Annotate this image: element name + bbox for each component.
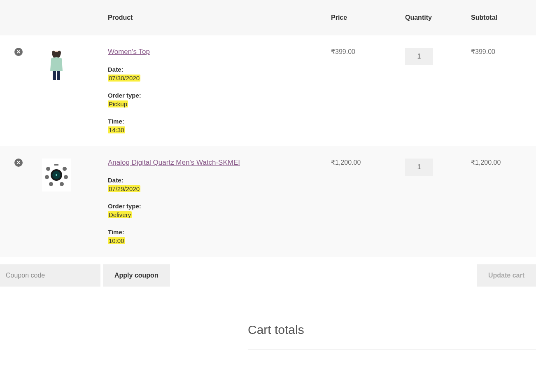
- time-label: Time:: [108, 229, 321, 236]
- cart-header-row: Product Price Quantity Subtotal: [0, 0, 536, 35]
- price-cell: ₹399.00: [326, 35, 400, 146]
- product-link[interactable]: Women's Top: [108, 48, 150, 56]
- order-type-value: Pickup: [108, 100, 128, 107]
- svg-rect-2: [53, 71, 56, 80]
- close-icon: ✕: [16, 160, 21, 166]
- close-icon: ✕: [16, 49, 21, 55]
- apply-coupon-button[interactable]: Apply coupon: [103, 264, 170, 287]
- subtotal-cell: ₹399.00: [466, 35, 536, 146]
- col-product-header: Product: [103, 0, 326, 35]
- svg-point-12: [49, 182, 53, 186]
- svg-rect-14: [54, 164, 58, 166]
- watch-image: [42, 159, 71, 191]
- order-type-value: Delivery: [108, 211, 132, 218]
- order-type-label: Order type:: [108, 203, 321, 210]
- divider: [248, 349, 536, 350]
- cart-actions-row: Apply coupon Update cart: [0, 257, 536, 294]
- date-label: Date:: [108, 66, 321, 73]
- coupon-code-input[interactable]: [0, 264, 100, 287]
- cart-row: ✕: [0, 146, 536, 257]
- update-cart-button[interactable]: Update cart: [477, 264, 536, 287]
- product-thumbnail[interactable]: [42, 48, 71, 81]
- svg-point-13: [60, 182, 64, 186]
- col-thumb-header: [37, 0, 103, 35]
- svg-rect-3: [57, 71, 60, 80]
- cart-totals-title: Cart totals: [248, 323, 536, 337]
- remove-item-button[interactable]: ✕: [14, 48, 23, 56]
- product-thumbnail[interactable]: [42, 159, 71, 191]
- col-remove-header: [0, 0, 37, 35]
- price-cell: ₹1,200.00: [326, 146, 400, 257]
- time-label: Time:: [108, 118, 321, 125]
- svg-point-10: [45, 175, 49, 179]
- time-value: 10:00: [108, 237, 125, 244]
- date-label: Date:: [108, 177, 321, 184]
- col-subtotal-header: Subtotal: [466, 0, 536, 35]
- order-type-label: Order type:: [108, 92, 321, 99]
- time-value: 14:30: [108, 126, 125, 133]
- svg-point-11: [64, 175, 68, 179]
- product-link[interactable]: Analog Digital Quartz Men's Watch-SKMEI: [108, 159, 240, 166]
- svg-point-8: [46, 167, 50, 171]
- quantity-input[interactable]: [405, 48, 433, 65]
- cart-row: ✕ Women's Top Date: [0, 35, 536, 146]
- subtotal-cell: ₹1,200.00: [466, 146, 536, 257]
- svg-point-7: [56, 174, 57, 176]
- remove-item-button[interactable]: ✕: [14, 159, 23, 167]
- womens-top-image: [42, 48, 71, 81]
- col-quantity-header: Quantity: [400, 0, 466, 35]
- date-value: 07/30/2020: [108, 75, 140, 82]
- date-value: 07/29/2020: [108, 185, 140, 192]
- svg-point-9: [63, 167, 67, 171]
- quantity-input[interactable]: [405, 159, 433, 176]
- cart-table: Product Price Quantity Subtotal ✕: [0, 0, 536, 294]
- col-price-header: Price: [326, 0, 400, 35]
- cart-totals-section: Cart totals: [0, 323, 536, 350]
